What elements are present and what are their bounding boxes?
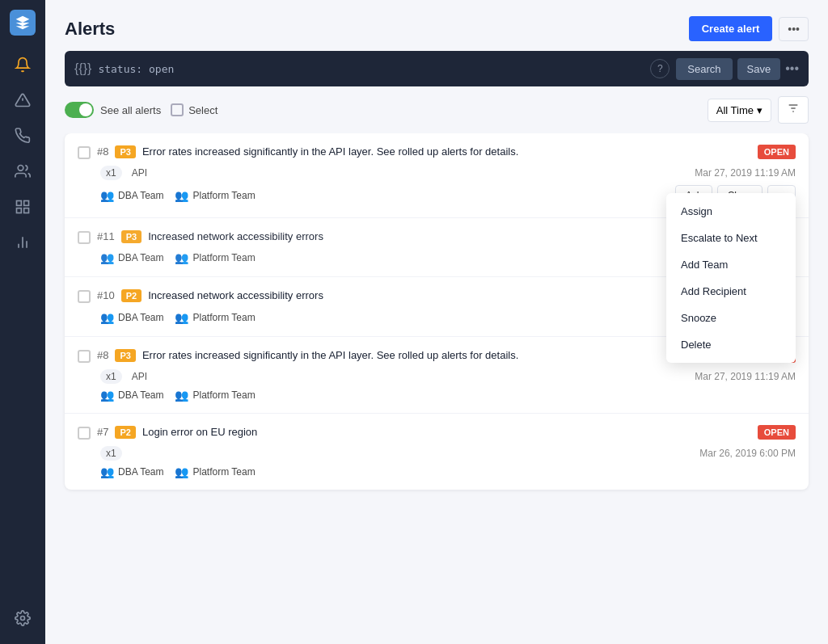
logo — [10, 10, 36, 36]
page-title: Alerts — [65, 19, 115, 40]
search-bar: {{}} status: open ? Search Save ••• — [65, 51, 809, 86]
multiplier-5: x1 — [100, 446, 122, 461]
select-checkbox[interactable] — [171, 103, 184, 116]
calls-nav[interactable] — [6, 120, 39, 152]
alert-message-1: Error rates increased significantly in t… — [142, 145, 758, 159]
team-icon-platform-4: 👥 — [175, 389, 188, 402]
snooze-option[interactable]: Snooze — [666, 305, 796, 331]
search-more-button[interactable]: ••• — [785, 61, 799, 76]
alert-meta-4: x1 API Mar 27, 2019 11:19 AM — [78, 369, 796, 384]
see-all-label: See all alerts — [100, 104, 161, 116]
team-label-dba-2: DBA Team — [118, 252, 163, 263]
timestamp-4: Mar 27, 2019 11:19 AM — [695, 371, 796, 382]
incidents-nav[interactable] — [6, 84, 39, 116]
time-filter[interactable]: All Time ▾ — [708, 99, 771, 122]
alert-meta-left-1: x1 API — [100, 166, 147, 180]
team-dba-4: 👥 DBA Team — [100, 389, 163, 402]
create-alert-button[interactable]: Create alert — [689, 16, 773, 41]
alert-checkbox-1[interactable] — [78, 146, 91, 159]
alert-message-4: Error rates increased significantly in t… — [142, 348, 758, 363]
svg-rect-3 — [17, 201, 22, 206]
alert-meta-1: x1 API Mar 27, 2019 11:19 AM — [78, 166, 796, 180]
delete-option[interactable]: Delete — [666, 331, 796, 358]
search-button[interactable]: Search — [676, 58, 732, 80]
team-platform-2: 👥 Platform Team — [175, 251, 255, 264]
alert-top-5: #7 P2 Login error on EU region OPEN — [78, 425, 796, 440]
add-team-option[interactable]: Add Team — [666, 251, 796, 278]
escalate-option[interactable]: Escalate to Next — [666, 225, 796, 251]
filter-button[interactable] — [778, 96, 809, 124]
header-more-button[interactable]: ••• — [779, 17, 809, 41]
team-icon-dba-4: 👥 — [100, 389, 114, 402]
select-wrap[interactable]: Select — [171, 103, 218, 116]
time-filter-label: All Time — [716, 104, 754, 116]
toolbar-left: See all alerts Select — [65, 102, 218, 118]
search-query-icon: {{}} — [74, 61, 91, 76]
header-actions: Create alert ••• — [689, 16, 809, 41]
team-label-dba-5: DBA Team — [118, 466, 163, 478]
settings-nav[interactable] — [6, 602, 39, 634]
alert-checkbox-3[interactable] — [78, 290, 91, 303]
team-platform-3: 👥 Platform Team — [175, 311, 255, 324]
assign-option[interactable]: Assign — [666, 198, 796, 225]
save-button[interactable]: Save — [737, 58, 781, 80]
alert-left-1: #8 P3 Error rates increased significantl… — [78, 145, 758, 159]
source-tag-4: API — [132, 371, 147, 382]
priority-badge-4: P3 — [115, 349, 135, 362]
source-tag-1: API — [132, 167, 147, 179]
alert-checkbox-2[interactable] — [78, 231, 91, 244]
priority-badge-5: P2 — [115, 426, 135, 439]
alert-meta-left-5: x1 — [100, 446, 122, 461]
team-label-platform-5: Platform Team — [192, 466, 255, 478]
alerts-nav[interactable] — [6, 48, 39, 81]
alert-id-5: #7 — [97, 426, 108, 438]
multiplier-1: x1 — [100, 166, 122, 180]
main-content: Alerts Create alert ••• {{}} status: ope… — [45, 0, 828, 644]
priority-badge-2: P3 — [121, 230, 142, 243]
alerts-list: #8 P3 Error rates increased significantl… — [65, 133, 809, 490]
select-label: Select — [188, 104, 218, 116]
search-help-button[interactable]: ? — [650, 59, 670, 78]
teams-nav[interactable] — [6, 155, 39, 187]
alert-id-1: #8 — [97, 145, 108, 158]
sidebar — [0, 0, 45, 644]
team-dba-1: 👥 DBA Team — [100, 189, 163, 202]
priority-badge-3: P2 — [121, 289, 142, 302]
priority-badge-1: P3 — [115, 145, 135, 158]
team-dba-5: 👥 DBA Team — [100, 465, 163, 478]
team-label-platform-1: Platform Team — [192, 190, 255, 201]
page-header: Alerts Create alert ••• — [45, 0, 828, 51]
alert-id-4: #8 — [97, 349, 108, 361]
team-dba-2: 👥 DBA Team — [100, 251, 163, 264]
teams-row-5: 👥 DBA Team 👥 Platform Team — [78, 465, 796, 478]
time-chevron-icon: ▾ — [757, 104, 763, 116]
team-label-dba-1: DBA Team — [118, 190, 163, 201]
table-row: #8 P3 Error rates increased significantl… — [65, 133, 809, 218]
alert-checkbox-4[interactable] — [78, 350, 91, 363]
toolbar-right: All Time ▾ — [708, 96, 809, 124]
alert-top-1: #8 P3 Error rates increased significantl… — [78, 145, 796, 159]
add-recipient-option[interactable]: Add Recipient — [666, 278, 796, 305]
status-badge-5: OPEN — [758, 425, 796, 440]
alert-checkbox-5[interactable] — [78, 427, 91, 440]
team-icon-platform-3: 👥 — [175, 311, 188, 324]
alert-message-5: Login error on EU region — [142, 425, 758, 440]
see-all-toggle[interactable] — [65, 102, 94, 118]
alert-id-2: #11 — [97, 230, 115, 242]
dropdown-menu: Assign Escalate to Next Add Team Add Rec… — [666, 193, 796, 363]
alert-left-4: #8 P3 Error rates increased significantl… — [78, 348, 758, 363]
team-label-platform-4: Platform Team — [192, 389, 255, 401]
team-label-platform-2: Platform Team — [192, 252, 255, 263]
svg-rect-6 — [17, 208, 22, 213]
search-query-text: status: open — [98, 63, 650, 75]
team-icon-dba-3: 👥 — [100, 311, 114, 324]
alert-id-3: #10 — [97, 289, 115, 301]
integrations-nav[interactable] — [6, 191, 39, 223]
table-row: #7 P2 Login error on EU region OPEN x1 M… — [65, 414, 809, 490]
alert-meta-left-4: x1 API — [100, 369, 147, 384]
team-label-platform-3: Platform Team — [192, 312, 255, 323]
team-icon-platform-5: 👥 — [175, 465, 188, 478]
team-label-dba-3: DBA Team — [118, 312, 163, 323]
reports-nav[interactable] — [6, 226, 39, 259]
team-icon-dba-2: 👥 — [100, 251, 114, 264]
